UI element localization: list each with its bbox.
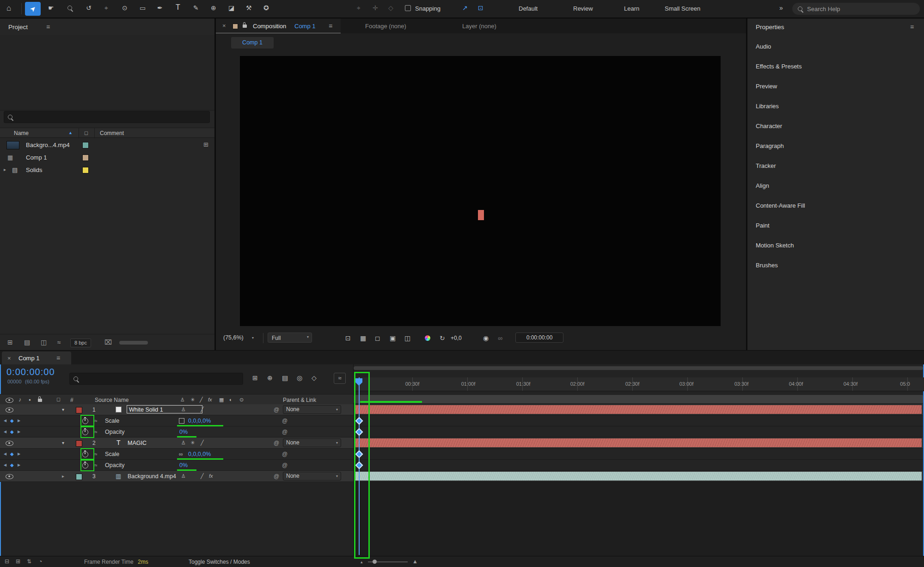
label-color-chip[interactable] [82, 167, 89, 173]
camera-tool-icon[interactable]: ⌖ [104, 5, 108, 11]
layer-bar-3[interactable] [354, 472, 922, 481]
previous-keyframe-icon[interactable]: ◀ [4, 452, 6, 456]
expand-transfer-pane-icon[interactable]: ⊟ [5, 559, 9, 564]
flowchart-icon[interactable]: ⊞ [7, 339, 13, 345]
panel-item-motion-sketch[interactable]: Motion Sketch [756, 242, 794, 248]
render-time-pane-icon[interactable]: ◔ [39, 559, 42, 564]
next-keyframe-icon[interactable]: ▶ [18, 430, 20, 434]
eye-icon[interactable] [6, 441, 13, 446]
pickwhip-icon[interactable]: @ [282, 451, 288, 457]
keyframe-at-time-icon[interactable]: ◆ [10, 463, 14, 468]
tab-layer[interactable]: Layer (none) [462, 23, 496, 29]
preview-toggle-icon[interactable]: ⊡ [345, 335, 351, 341]
column-header-name[interactable]: Name [14, 130, 29, 136]
twirl-chevron-icon[interactable]: ▾ [62, 407, 64, 412]
property-name[interactable]: Scale [105, 451, 119, 457]
quality-switch-icon[interactable]: ╱ [201, 407, 204, 412]
workspace-small-screen[interactable]: Small Screen [665, 6, 700, 12]
graph-icon[interactable]: ≈ [94, 462, 98, 468]
keyframe-at-time-icon[interactable]: ◆ [10, 430, 14, 434]
constrain-link-icon[interactable]: ∞ [179, 451, 183, 457]
property-name[interactable]: Opacity [105, 429, 124, 435]
panel-item-tracker[interactable]: Tracker [756, 163, 776, 169]
shy-switch-icon[interactable]: ♙ [181, 474, 186, 479]
panel-item-content-aware-fill[interactable]: Content-Aware Fill [756, 203, 805, 209]
snap-option-a-icon[interactable]: ↗ [462, 5, 468, 11]
zoom-in-mountain-icon[interactable]: ▲ [412, 559, 418, 564]
grid-guides-icon[interactable]: ▦ [360, 335, 366, 341]
close-icon[interactable]: × [222, 23, 226, 29]
property-value[interactable]: 0,0,0,0% [188, 451, 211, 457]
graph-icon[interactable]: ≈ [94, 429, 98, 435]
previous-keyframe-icon[interactable]: ◀ [4, 430, 6, 434]
layer-row-1[interactable]: ▾ 1 White Solid 1 ♙ ╱ @ None ▾ [0, 404, 354, 415]
work-area-bar[interactable] [354, 395, 923, 403]
puppet-tool-icon[interactable]: ✪ [263, 5, 269, 11]
column-divider[interactable] [94, 128, 95, 138]
snap-option-b-icon[interactable]: ⊡ [478, 5, 483, 11]
twirl-chevron-icon[interactable]: ▸ [62, 474, 64, 479]
zoom-out-mountain-icon[interactable]: ▴ [361, 560, 363, 564]
expand-layer-pane-icon[interactable]: ⊞ [16, 559, 20, 564]
eye-icon[interactable] [6, 474, 13, 479]
panel-item-effects-presets[interactable]: Effects & Presets [756, 63, 802, 69]
property-value[interactable]: 0,0,0,0% [188, 418, 211, 424]
new-composition-icon[interactable]: ◫ [41, 339, 47, 345]
workspace-overflow-icon[interactable]: » [779, 5, 783, 11]
layer-label-chip[interactable] [76, 407, 82, 413]
project-panel-menu-icon[interactable]: ≡ [46, 24, 50, 30]
panel-item-brushes[interactable]: Brushes [756, 262, 778, 268]
time-navigator[interactable] [354, 366, 923, 370]
layer-label-chip[interactable] [76, 474, 82, 480]
new-folder-icon[interactable]: ▤ [24, 339, 30, 345]
bit-depth-button[interactable]: 8 bpc [70, 339, 91, 347]
rotation-tool-icon[interactable]: ↺ [86, 5, 92, 11]
trash-icon[interactable]: ⌧ [104, 339, 112, 345]
parent-dropdown[interactable]: None ▾ [283, 472, 341, 481]
property-name[interactable]: Scale [105, 418, 119, 424]
snapshot-icon[interactable]: ◉ [483, 335, 489, 341]
roto-brush-tool-icon[interactable]: ⚒ [246, 5, 252, 11]
panel-menu-icon[interactable]: ≡ [329, 23, 332, 29]
pickwhip-icon[interactable]: @ [282, 462, 288, 468]
layer-row-3[interactable]: ▸ 3 ▥ Background 4.mp4 ♙ ╱ fx @ None ▾ [0, 471, 354, 482]
shy-switch-icon[interactable]: ♙ [181, 407, 186, 412]
expand-chevron-icon[interactable]: ▸ [4, 167, 6, 172]
graph-icon[interactable]: ≈ [94, 418, 98, 424]
timeline-zoom-knob[interactable] [373, 560, 377, 564]
previous-keyframe-icon[interactable]: ◀ [4, 463, 6, 467]
parent-dropdown[interactable]: None ▾ [283, 438, 341, 447]
close-icon[interactable]: × [7, 355, 11, 361]
layer-label-chip[interactable] [76, 440, 82, 447]
timeline-search-input[interactable] [69, 373, 243, 385]
layer-row-2[interactable]: ▾ 2 T MAGIC ♙ ✳ ╱ @ None ▾ [0, 438, 354, 449]
property-name[interactable]: Opacity [105, 462, 124, 468]
pickwhip-icon[interactable]: @ [282, 418, 288, 424]
selection-tool-button[interactable]: ➤ [25, 2, 41, 16]
region-of-interest-icon[interactable]: ▣ [390, 335, 396, 341]
collapse-switch-icon[interactable]: ✳ [190, 440, 195, 445]
composition-canvas[interactable] [240, 56, 721, 326]
keyframe-at-time-icon[interactable]: ◆ [10, 452, 14, 456]
magnification-dropdown[interactable]: (75,6%) [223, 335, 244, 341]
layer-name-box[interactable]: White Solid 1 [127, 405, 202, 413]
fx-switch-icon[interactable]: fx [209, 474, 213, 479]
workspace-default[interactable]: Default [519, 6, 538, 12]
pickwhip-icon[interactable]: @ [274, 440, 279, 446]
panel-item-character[interactable]: Character [756, 123, 782, 129]
workspace-review[interactable]: Review [573, 6, 593, 12]
workspace-learn[interactable]: Learn [624, 6, 639, 12]
pickwhip-icon[interactable]: @ [274, 474, 279, 479]
motion-blur-enable-icon[interactable]: ◎ [297, 375, 302, 381]
transparency-grid-icon[interactable]: ◫ [404, 335, 410, 341]
property-value[interactable]: 0% [179, 462, 188, 468]
pickwhip-icon[interactable]: @ [282, 429, 288, 435]
parent-dropdown[interactable]: None ▾ [283, 405, 341, 414]
pen-tool-icon[interactable]: ✒ [157, 5, 163, 11]
brush-tool-icon[interactable]: ✎ [193, 5, 199, 11]
live-update-icon[interactable]: ⊕ [267, 375, 273, 381]
previous-keyframe-icon[interactable]: ◀ [4, 419, 6, 423]
layer-bar-1[interactable] [354, 405, 922, 414]
timeline-tab[interactable]: × Comp 1 ≡ [2, 351, 71, 364]
horizontal-scrollbar-thumb[interactable] [119, 341, 148, 345]
